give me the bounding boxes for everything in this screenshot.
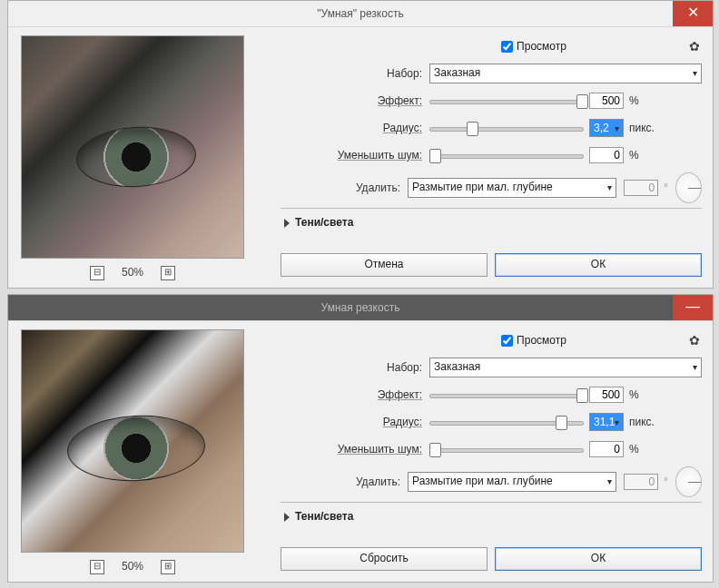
shadows-highlights-disclosure[interactable]: Тени/cвета: [281, 506, 702, 526]
amount-slider[interactable]: [429, 93, 584, 109]
amount-input[interactable]: [589, 387, 624, 403]
amount-label[interactable]: Эффект:: [281, 388, 429, 401]
remove-select[interactable]: Размытие при мал. глубине: [408, 472, 616, 492]
remove-label: Удалить:: [281, 181, 408, 194]
disclosure-label: Тени/cвета: [295, 216, 353, 229]
amount-input[interactable]: [589, 93, 624, 109]
zoom-bar: ⊟ 50% ⊞: [21, 556, 244, 576]
remove-select[interactable]: Размытие при мал. глубине: [408, 178, 616, 198]
titlebar[interactable]: Умная резкость —: [8, 295, 713, 321]
preview-label: Просмотр: [517, 334, 566, 347]
shadows-highlights-disclosure[interactable]: Тени/cвета: [281, 212, 702, 232]
amount-unit: %: [629, 388, 639, 401]
dialog-title: Умная резкость: [321, 301, 400, 314]
dialog-title: "Умная" резкость: [317, 7, 403, 20]
gear-icon[interactable]: ✿: [689, 39, 700, 54]
preview-label: Просмотр: [517, 40, 566, 53]
angle-dial[interactable]: [675, 172, 702, 203]
amount-slider[interactable]: [429, 387, 584, 403]
disclosure-label: Тени/cвета: [295, 510, 353, 523]
chevron-right-icon: [284, 219, 290, 228]
amount-label[interactable]: Эффект:: [281, 94, 429, 107]
radius-slider[interactable]: [429, 120, 584, 136]
radius-input[interactable]: 3,2: [589, 119, 624, 137]
remove-value: Размытие при мал. глубине: [412, 181, 553, 193]
cancel-button[interactable]: Отмена: [281, 253, 488, 277]
zoom-out-button[interactable]: ⊟: [90, 266, 104, 280]
preview-checkbox[interactable]: [501, 41, 513, 53]
zoom-in-button[interactable]: ⊞: [161, 266, 175, 280]
titlebar[interactable]: "Умная" резкость ✕: [8, 1, 713, 27]
preset-value: Заказная: [434, 360, 480, 373]
preset-label: Набор:: [281, 361, 429, 374]
noise-label[interactable]: Уменьшить шум:: [281, 149, 429, 162]
radius-slider[interactable]: [429, 414, 584, 430]
radius-input[interactable]: 31,1: [589, 413, 624, 431]
angle-unit: °: [664, 475, 668, 488]
noise-unit: %: [629, 149, 639, 162]
preset-label: Набор:: [281, 67, 429, 80]
preview-checkbox[interactable]: [501, 335, 513, 347]
noise-unit: %: [629, 443, 639, 456]
radius-unit: пикс.: [629, 416, 655, 428]
noise-label[interactable]: Уменьшить шум:: [281, 443, 429, 456]
noise-input[interactable]: [589, 147, 624, 163]
preview-image[interactable]: [21, 35, 244, 259]
zoom-out-button[interactable]: ⊟: [90, 560, 104, 574]
gear-icon[interactable]: ✿: [689, 333, 700, 348]
cancel-button[interactable]: Сбросить: [281, 547, 488, 571]
preset-value: Заказная: [434, 66, 480, 79]
ok-button[interactable]: ОК: [495, 253, 702, 277]
zoom-value: 50%: [122, 266, 143, 279]
ok-button[interactable]: ОК: [495, 547, 702, 571]
remove-label: Удалить:: [281, 475, 408, 488]
angle-input: [624, 180, 658, 196]
radius-unit: пикс.: [629, 122, 655, 134]
radius-label[interactable]: Радиус:: [281, 416, 429, 428]
close-icon: —: [685, 299, 700, 314]
preset-select[interactable]: Заказная: [429, 64, 702, 83]
zoom-in-button[interactable]: ⊞: [161, 560, 175, 574]
remove-value: Размытие при мал. глубине: [412, 475, 553, 487]
preset-select[interactable]: Заказная: [429, 358, 702, 377]
preview-image[interactable]: [21, 329, 244, 553]
close-icon: ✕: [687, 5, 699, 20]
angle-dial[interactable]: [675, 466, 702, 497]
radius-label[interactable]: Радиус:: [281, 122, 429, 134]
noise-slider[interactable]: [429, 441, 584, 457]
angle-input: [624, 474, 658, 490]
smart-sharpen-dialog: Умная резкость — ⊟ 50% ⊞ ✿ Просмотр Набо…: [7, 294, 714, 583]
smart-sharpen-dialog: "Умная" резкость ✕ ⊟ 50% ⊞ ✿ Просмотр На…: [7, 0, 714, 289]
noise-slider[interactable]: [429, 147, 584, 163]
noise-input[interactable]: [589, 441, 624, 457]
chevron-right-icon: [284, 513, 290, 522]
close-button[interactable]: —: [673, 295, 713, 320]
close-button[interactable]: ✕: [673, 1, 713, 26]
angle-unit: °: [664, 181, 668, 194]
zoom-value: 50%: [122, 560, 143, 573]
zoom-bar: ⊟ 50% ⊞: [21, 262, 244, 282]
amount-unit: %: [629, 94, 639, 107]
